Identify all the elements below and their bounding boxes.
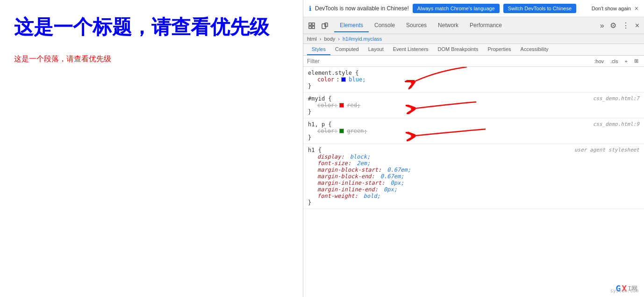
notification-message: DevTools is now available in Chinese!	[315, 5, 409, 12]
styles-tab-properties[interactable]: Properties	[483, 44, 515, 55]
ua-prop-font-weight: font-weight: bold;	[308, 193, 639, 199]
tab-console[interactable]: Console	[369, 19, 401, 32]
svg-rect-0	[309, 23, 311, 25]
rule-selector-ua-h1: h1 {	[308, 147, 322, 153]
page-paragraph: 这是一个段落，请查看优先级	[14, 54, 289, 64]
user-agent-label: user agent stylesheet	[574, 147, 639, 153]
rule-property-color-red: color: red;	[308, 102, 639, 109]
ua-prop-display: display: block;	[308, 153, 639, 160]
breadcrumb-bar: html › body › h1#myid.myclass	[303, 34, 644, 44]
breadcrumb-body[interactable]: body	[324, 36, 335, 42]
breadcrumb-h1[interactable]: h1#myid.myclass	[343, 36, 382, 42]
toolbar-icons	[306, 20, 330, 31]
page-heading: 这是一个标题，请查看优先级	[14, 14, 289, 40]
ua-prop-margin-block-start: margin-block-start: 0.67em;	[308, 167, 639, 173]
styles-tab-accessibility[interactable]: Accessibility	[516, 44, 553, 55]
hov-button[interactable]: :hov	[592, 58, 606, 65]
breadcrumb-separator2: ›	[338, 36, 340, 42]
styles-tab-styles[interactable]: Styles	[307, 44, 330, 55]
css-rule-myid: #myid { css_demo.html:7 color: red; }	[303, 93, 644, 118]
tab-performance[interactable]: Performance	[464, 19, 508, 32]
layout-button[interactable]: ⊞	[632, 57, 640, 65]
breadcrumb-separator1: ›	[320, 36, 322, 42]
rule-property-color-blue: color : blue;	[308, 76, 639, 83]
more-tabs-button[interactable]: »	[598, 20, 606, 32]
filter-right-controls: :hov .cls + ⊞	[592, 57, 640, 65]
styles-tab-event-listeners[interactable]: Event Listeners	[388, 44, 433, 55]
close-devtools-button[interactable]: ×	[633, 20, 641, 32]
cls-button[interactable]: .cls	[608, 58, 620, 65]
css-rule-element-style: element.style { color : blue; }	[303, 67, 644, 93]
ua-prop-margin-inline-end: margin-inline-end: 0px;	[308, 186, 639, 193]
styles-tab-layout[interactable]: Layout	[364, 44, 388, 55]
css-rules-panel: element.style { color : blue; } #myid { …	[303, 67, 644, 297]
device-toggle-button[interactable]	[319, 20, 330, 31]
settings-button[interactable]: ⚙	[608, 19, 618, 32]
color-swatch-blue[interactable]	[341, 77, 346, 82]
rule-selector-element-style: element.style {	[308, 70, 358, 76]
toolbar-right: » ⚙ ⋮ ×	[598, 19, 641, 32]
match-language-button[interactable]: Always match Chrome's language	[413, 4, 500, 13]
css-rule-ua-h1: h1 { user agent stylesheet display: bloc…	[303, 144, 644, 209]
svg-rect-4	[322, 24, 326, 29]
info-icon: ℹ	[309, 5, 311, 12]
filter-bar: :hov .cls + ⊞	[303, 56, 644, 67]
notification-close-button[interactable]: ×	[635, 5, 638, 12]
css-rule-h1p: h1, p { css_demo.html:9 color: green; }	[303, 118, 644, 144]
devtools-panel: ℹ DevTools is now available in Chinese! …	[303, 0, 644, 297]
add-rule-button[interactable]: +	[623, 58, 630, 65]
ua-prop-font-size: font-size: 2em;	[308, 160, 639, 167]
svg-rect-1	[312, 23, 315, 25]
switch-to-chinese-button[interactable]: Switch DevTools to Chinese	[503, 4, 576, 13]
menu-button[interactable]: ⋮	[620, 19, 631, 32]
rule-selector-myid: #myid {	[308, 95, 332, 102]
tab-sources[interactable]: Sources	[401, 19, 432, 32]
tab-network[interactable]: Network	[432, 19, 464, 32]
dont-show-again-button[interactable]: Don't show again	[592, 6, 631, 11]
svg-rect-3	[312, 26, 315, 29]
watermark-domain: system.com	[610, 288, 638, 293]
styles-tab-dom-breakpoints[interactable]: DOM Breakpoints	[433, 44, 483, 55]
styles-tab-computed[interactable]: Computed	[330, 44, 364, 55]
rule-source-myid: css_demo.html:7	[593, 95, 639, 101]
svg-rect-5	[325, 23, 328, 27]
ua-prop-margin-inline-start: margin-inline-start: 0px;	[308, 180, 639, 186]
breadcrumb-html[interactable]: html	[307, 36, 317, 42]
tab-elements[interactable]: Elements	[334, 19, 369, 32]
filter-input[interactable]	[307, 58, 588, 65]
color-swatch-green[interactable]	[339, 129, 344, 133]
webpage-panel: 这是一个标题，请查看优先级 这是一个段落，请查看优先级	[0, 0, 303, 297]
watermark: G X I网 system.com	[615, 283, 638, 293]
devtools-tabs: Elements Console Sources Network Perform…	[334, 19, 598, 32]
styles-sub-tabs: Styles Computed Layout Event Listeners D…	[303, 44, 644, 56]
color-swatch-red[interactable]	[339, 103, 344, 108]
inspect-element-button[interactable]	[306, 20, 317, 31]
notification-bar: ℹ DevTools is now available in Chinese! …	[303, 0, 644, 17]
ua-prop-margin-block-end: margin-block-end: 0.67em;	[308, 173, 639, 180]
devtools-toolbar: Elements Console Sources Network Perform…	[303, 17, 644, 34]
svg-rect-2	[309, 26, 311, 29]
rule-selector-h1p: h1, p {	[308, 121, 332, 128]
rule-property-color-green: color: green;	[308, 128, 639, 134]
rule-source-h1p: css_demo.html:9	[593, 121, 639, 127]
